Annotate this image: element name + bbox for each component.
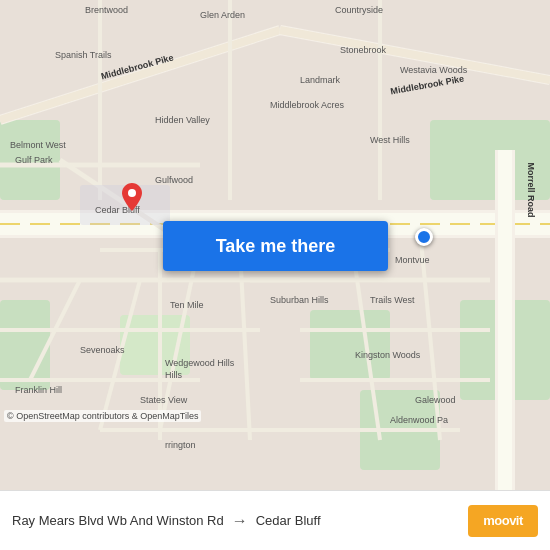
take-me-there-button[interactable]: Take me there bbox=[163, 221, 388, 271]
map-attribution: © OpenStreetMap contributors & OpenMapTi… bbox=[4, 410, 201, 422]
to-label: Cedar Bluff bbox=[256, 513, 321, 528]
moovit-logo: moovit bbox=[468, 505, 538, 537]
origin-dot bbox=[415, 228, 433, 246]
arrow-icon: → bbox=[232, 512, 248, 530]
svg-rect-16 bbox=[498, 150, 512, 490]
bottom-bar: Ray Mears Blvd Wb And Winston Rd → Cedar… bbox=[0, 490, 550, 550]
svg-rect-6 bbox=[310, 310, 390, 380]
from-label: Ray Mears Blvd Wb And Winston Rd bbox=[12, 513, 224, 528]
svg-rect-4 bbox=[0, 300, 50, 390]
svg-rect-1 bbox=[430, 120, 550, 200]
route-info: Ray Mears Blvd Wb And Winston Rd → Cedar… bbox=[12, 512, 468, 530]
destination-pin bbox=[122, 183, 142, 211]
svg-point-38 bbox=[128, 189, 136, 197]
map-container: Countryside Glen Arden Brentwood Stonebr… bbox=[0, 0, 550, 490]
moovit-logo-img: moovit bbox=[468, 505, 538, 537]
svg-rect-3 bbox=[0, 120, 60, 200]
